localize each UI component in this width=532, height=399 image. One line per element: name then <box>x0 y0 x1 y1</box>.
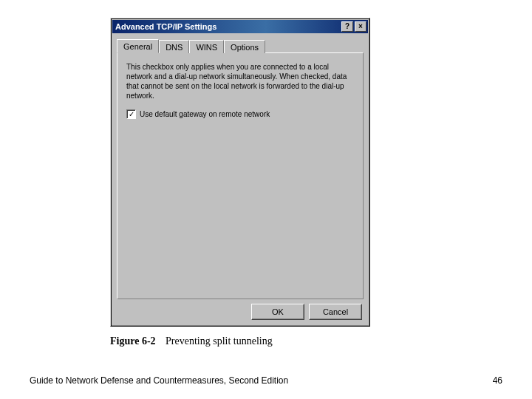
figure-caption: Figure 6-2 Preventing split tunneling <box>110 335 273 347</box>
close-icon[interactable]: × <box>355 21 366 32</box>
tabstrip: General DNS WINS Options <box>117 38 364 52</box>
tab-wins[interactable]: WINS <box>189 40 224 53</box>
figure-number: Figure 6-2 <box>110 335 156 347</box>
dialog-body: General DNS WINS Options This checkbox o… <box>117 38 364 299</box>
tab-general[interactable]: General <box>117 39 159 53</box>
default-gateway-checkbox[interactable]: ✓ <box>126 109 136 119</box>
default-gateway-row: ✓ Use default gateway on remote network <box>126 109 354 119</box>
window-title: Advanced TCP/IP Settings <box>115 22 340 31</box>
book-title: Guide to Network Defense and Countermeas… <box>30 375 288 386</box>
advanced-tcpip-dialog: Advanced TCP/IP Settings ? × General DNS… <box>110 18 370 327</box>
titlebar: Advanced TCP/IP Settings ? × <box>112 20 368 33</box>
tab-panel-general: This checkbox only applies when you are … <box>117 52 364 299</box>
default-gateway-label: Use default gateway on remote network <box>140 110 270 118</box>
tab-dns[interactable]: DNS <box>159 40 189 53</box>
description-text: This checkbox only applies when you are … <box>126 62 354 100</box>
figure-caption-text: Preventing split tunneling <box>166 335 273 347</box>
help-icon[interactable]: ? <box>341 21 353 32</box>
tab-options[interactable]: Options <box>224 40 265 53</box>
page-number: 46 <box>493 375 502 386</box>
cancel-button[interactable]: Cancel <box>309 304 362 320</box>
ok-button[interactable]: OK <box>251 304 304 320</box>
dialog-footer: OK Cancel <box>251 304 362 320</box>
